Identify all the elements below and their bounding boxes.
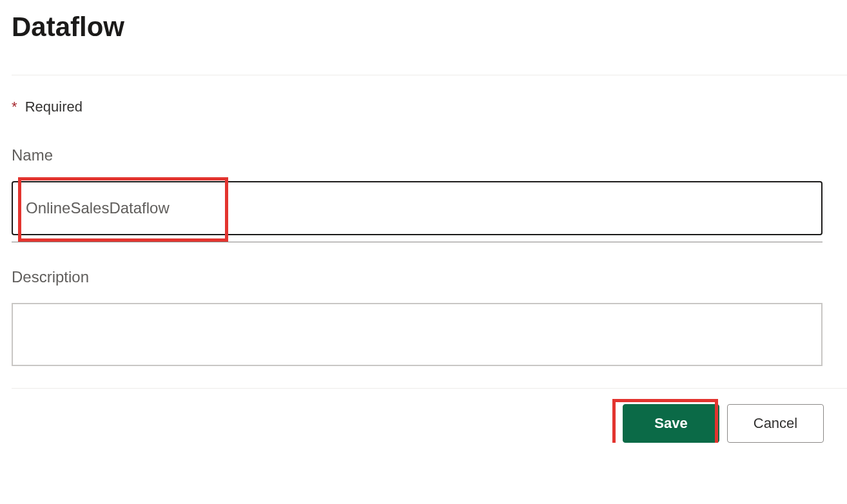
required-asterisk: * [12,99,17,115]
name-underline [12,242,823,242]
dataflow-dialog: Dataflow * Required Name Description Sav… [0,0,847,443]
required-indicator: * Required [12,99,847,115]
cancel-button[interactable]: Cancel [727,404,824,443]
name-input[interactable] [12,181,823,235]
divider-bottom [12,388,847,389]
required-text: Required [25,99,83,115]
button-row: Save Cancel [12,404,847,443]
save-button[interactable]: Save [623,404,719,443]
name-label: Name [12,146,847,164]
description-label: Description [12,268,847,286]
divider-top [12,75,847,75]
description-textarea[interactable] [12,303,823,366]
dialog-title: Dataflow [12,12,847,43]
name-field-wrap [12,181,847,242]
